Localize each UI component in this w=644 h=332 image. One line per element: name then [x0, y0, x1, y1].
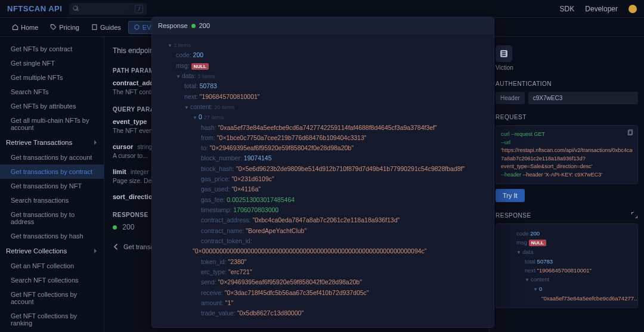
json-value: 0×1bce0c7750a7cee219b776d68476b109404c33…: [219, 134, 364, 141]
sidebar-group-collections[interactable]: Retrieve Collections: [0, 243, 104, 259]
sidebar-item[interactable]: Search transactions: [0, 193, 104, 207]
nav-home[interactable]: Home: [7, 21, 43, 33]
curl-url: 7a8ab7c2061c2e118a18a936f13d?: [501, 156, 586, 162]
sidebar-item[interactable]: Get NFT collections by ranking: [0, 309, 104, 330]
copy-icon[interactable]: [627, 129, 634, 136]
response-modal: Response 200 ▼3 items code: 200 msg: NUL…: [151, 17, 494, 328]
modal-body[interactable]: ▼3 items code: 200 msg: NULL ▼data: 3 it…: [152, 34, 494, 325]
caret-icon[interactable]: ▼: [525, 277, 531, 284]
sidebar-item[interactable]: Get single NFT: [0, 56, 104, 70]
brand-logo[interactable]: NFTSCAN API: [7, 4, 62, 13]
search-icon: [73, 5, 79, 12]
curl-cmd: curl --request GET: [501, 131, 545, 137]
json-null: NULL: [191, 63, 209, 70]
json-value: 19074145: [244, 154, 272, 162]
sidebar-item-active[interactable]: Get transactions by contract: [0, 165, 104, 179]
svg-rect-0: [92, 24, 97, 29]
auth-value[interactable]: c9X7wEC3: [528, 92, 638, 104]
json-value: 0×231d6109c: [234, 175, 272, 182]
json-value: 0.002513003017485464: [227, 196, 295, 203]
sdk-link[interactable]: SDK: [560, 5, 575, 13]
json-value: 1: [228, 299, 231, 306]
request-heading: REQUEST: [496, 114, 638, 120]
right-panel: Viction AUTHENTICATION Header c9X7wEC3 R…: [489, 37, 644, 332]
search-input[interactable]: /: [69, 3, 147, 15]
chevron-right-icon: [93, 140, 98, 145]
sidebar-item[interactable]: Get NFT collections by account: [0, 287, 104, 309]
arrow-left-icon: [113, 243, 120, 250]
caret-icon[interactable]: ▼: [184, 104, 190, 111]
expand-icon[interactable]: [631, 212, 638, 219]
json-value: 0xbc4ca0eda7847a8ab7c2061c2e118a18a936f1…: [255, 216, 397, 224]
json-value: 0xaa5ef73e84a5eefcbe9cd6a7427742259114fa…: [220, 124, 435, 131]
json-value: BoredApeYachtClub: [248, 227, 304, 234]
tag-icon: [50, 24, 57, 30]
response-heading: RESPONSE: [496, 212, 531, 219]
sidebar-item[interactable]: Get transactions by to address: [0, 207, 104, 229]
param-name: limit: [113, 168, 126, 175]
request-snippet: curl --request GET --url 'https://restap…: [496, 125, 638, 184]
nav-guides[interactable]: Guides: [86, 21, 126, 33]
json-value: 0×3dac718f45dfc5b56aa67c35ef410b72d937d0…: [227, 289, 366, 296]
sidebar-item[interactable]: Get NFTs by contract: [0, 42, 104, 56]
nav-pricing-label: Pricing: [59, 24, 79, 31]
auth-heading: AUTHENTICATION: [496, 80, 638, 87]
response-preview: code 200 msg NULL ▼data total 50783 next…: [496, 224, 638, 308]
status-code: 200: [122, 223, 134, 231]
param-type: integer: [131, 169, 149, 175]
sidebar-item[interactable]: Search NFTs: [0, 85, 104, 99]
book-icon: [91, 24, 98, 30]
curl-header: --header 'X-API-KEY: c9X7wEC3': [523, 172, 603, 178]
param-name: cursor: [113, 143, 133, 150]
nav-guides-label: Guides: [100, 24, 121, 31]
json-value: 0×5e6d9623b2de9809be514d912b710f879d7d49…: [239, 165, 463, 172]
try-it-button[interactable]: Try It: [496, 189, 525, 202]
home-icon: [12, 24, 18, 30]
nav-pricing[interactable]: Pricing: [45, 21, 84, 33]
sidebar-item[interactable]: Get NFTs by attributes: [0, 99, 104, 113]
param-name: sort_direction: [113, 193, 156, 200]
status-dot-icon: [113, 225, 117, 229]
auth-row: Header c9X7wEC3: [496, 92, 638, 104]
sidebar: Get NFTs by contract Get single NFT Get …: [0, 37, 104, 332]
json-value: 200: [193, 51, 204, 58]
search-shortcut: /: [135, 5, 143, 13]
sidebar-item[interactable]: Get an NFT collection: [0, 259, 104, 273]
json-value: 1706070803000: [233, 206, 278, 213]
json-value: 50783: [200, 82, 217, 89]
topbar: NFTSCAN API / SDK Developer: [0, 0, 644, 18]
theme-toggle[interactable]: [628, 5, 637, 13]
caret-icon[interactable]: ▼: [516, 249, 522, 257]
modal-header: Response 200: [152, 17, 494, 34]
param-type: string: [138, 144, 152, 150]
json-value: erc721: [231, 268, 250, 275]
caret-icon[interactable]: ▼: [533, 286, 539, 294]
sidebar-group-label: Retrieve Collections: [6, 247, 67, 255]
developer-link[interactable]: Developer: [585, 5, 618, 13]
modal-title: Response: [158, 22, 188, 29]
json-value: 0x5db8627c13d80000: [239, 309, 301, 317]
json-info: 20 items: [214, 104, 234, 110]
sidebar-item[interactable]: Get transactions by hash: [0, 229, 104, 243]
sidebar-item[interactable]: Search NFT collections: [0, 273, 104, 287]
json-value: 2380: [230, 258, 244, 265]
nav-home-label: Home: [21, 24, 38, 31]
caret-icon[interactable]: ▼: [193, 114, 199, 122]
chain-name: Viction: [496, 64, 638, 71]
json-value: 0×4116a: [234, 185, 258, 193]
auth-label: Header: [496, 92, 525, 104]
caret-icon[interactable]: ▼: [168, 42, 174, 49]
curl-url-flag: --url: [501, 139, 510, 145]
sidebar-item[interactable]: Get all multi-chain NFTs by account: [0, 113, 104, 135]
sidebar-item[interactable]: Get multiple NFTs: [0, 70, 104, 85]
chain-tile[interactable]: [496, 45, 512, 62]
sidebar-item[interactable]: Get transactions by NFT: [0, 179, 104, 193]
chevron-right-icon: [93, 249, 98, 253]
sidebar-group-label: Retrieve Transactions: [6, 139, 72, 146]
sidebar-group-transactions[interactable]: Retrieve Transactions: [0, 135, 104, 150]
json-value: 0×29469395eaf6f95920e59f858042f0e28d98a2…: [220, 278, 360, 286]
curl-url: 'https://restapi.nftscan.com/api/v2/tran…: [501, 147, 633, 153]
caret-icon[interactable]: ▼: [176, 73, 182, 80]
chain-icon: [499, 49, 509, 58]
sidebar-item[interactable]: Get transactions by account: [0, 150, 104, 165]
